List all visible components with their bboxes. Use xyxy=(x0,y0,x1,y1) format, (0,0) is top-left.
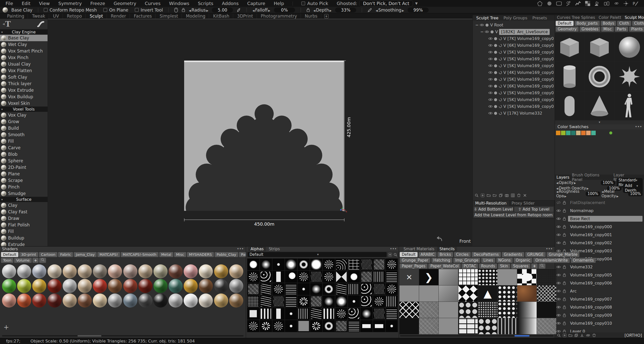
eye-icon[interactable] xyxy=(556,298,561,301)
menu-item[interactable]: Edit xyxy=(22,1,30,6)
stencil-dark[interactable] xyxy=(537,302,556,318)
lock-icon[interactable] xyxy=(563,225,566,229)
alpha-set-dropdown[interactable]: Default▾ xyxy=(248,252,387,257)
search-icon[interactable] xyxy=(539,264,545,269)
shader-ball[interactable] xyxy=(169,279,183,293)
room-tab-modeling[interactable]: Modeling xyxy=(182,14,209,19)
search-icon[interactable] xyxy=(393,253,397,257)
shader-tab-matcaps-smooth[interactable]: MATCAPS!-Smooth xyxy=(121,252,158,257)
tool-item-plane[interactable]: Plane xyxy=(0,171,48,177)
folder-icon[interactable] xyxy=(487,193,491,197)
alphas-tab-strips[interactable]: Strips xyxy=(266,247,283,251)
eye-icon[interactable] xyxy=(488,44,493,47)
link-icon[interactable] xyxy=(586,333,590,337)
tool-item-grow[interactable]: Grow xyxy=(0,118,48,125)
roughness-opacity-value[interactable]: 100% xyxy=(586,191,600,196)
stencil-grad[interactable] xyxy=(517,318,537,334)
auto-pick-checkbox[interactable] xyxy=(301,2,305,5)
shader-ball[interactable] xyxy=(123,279,137,293)
lock-icon[interactable] xyxy=(306,8,310,12)
category-cloth[interactable]: Cloth xyxy=(617,21,631,26)
more-options-icon[interactable]: ••• xyxy=(635,124,642,129)
color-swatch[interactable] xyxy=(586,131,591,135)
add-lowest-level-button[interactable]: Add the Lowest Level from Retopo room xyxy=(474,213,553,218)
shader-ball[interactable] xyxy=(32,264,46,278)
room-tab-sculpt[interactable]: Sculpt xyxy=(86,14,107,19)
layer-row[interactable]: Volume169_copy010 xyxy=(555,319,644,327)
primitive-human[interactable] xyxy=(615,91,644,120)
tool-item-usual-clay[interactable]: Usual Clay xyxy=(0,61,48,67)
shader-ball[interactable] xyxy=(214,293,228,308)
shader-tab-default[interactable]: Default xyxy=(1,252,18,257)
menu-item[interactable]: File xyxy=(6,1,13,6)
lock-icon[interactable] xyxy=(563,273,566,277)
lock-icon[interactable] xyxy=(563,265,566,269)
tree-selected-row[interactable]: −V[182K]Arc_LiveSource xyxy=(474,28,554,35)
layer-row[interactable]: Volume169_copy009 xyxy=(555,311,644,319)
shader-tab-jama-clay[interactable]: Jama_Clay xyxy=(74,252,97,257)
category-misc[interactable]: Misc xyxy=(601,27,614,32)
alpha-brush-lines[interactable] xyxy=(285,283,297,295)
stencil-dots[interactable] xyxy=(498,285,517,302)
category-squares[interactable]: Squares xyxy=(511,264,531,269)
stencil-grid[interactable] xyxy=(458,269,478,285)
room-tab-photogrammetry[interactable]: Photogrammetry xyxy=(257,14,301,19)
menu-item[interactable]: Freeze xyxy=(90,1,105,6)
lock-icon[interactable] xyxy=(563,313,566,317)
tree-item-row[interactable]: V[5K]Volume169_copy009 xyxy=(474,96,554,103)
shader-ball[interactable] xyxy=(78,264,92,278)
alpha-brush-diamond[interactable] xyxy=(335,271,348,283)
category-rounds[interactable]: Rounds xyxy=(479,264,497,269)
mouse-icon[interactable] xyxy=(174,8,178,13)
stencil-dots[interactable] xyxy=(498,302,517,318)
category-lines[interactable]: Lines xyxy=(481,258,495,263)
shader-ball[interactable] xyxy=(93,264,107,278)
alpha-brush-noise[interactable] xyxy=(310,295,323,308)
add-top-level-button[interactable]: ⇧ Add Top Level xyxy=(514,207,554,212)
alpha-brush-pill[interactable] xyxy=(373,320,385,332)
lock-icon[interactable] xyxy=(563,289,566,293)
alpha-brush-spray[interactable] xyxy=(272,320,285,332)
text-tool-icon[interactable]: T xyxy=(5,20,11,28)
alpha-brush-soft[interactable] xyxy=(310,283,323,295)
ghost-icon[interactable] xyxy=(499,64,502,68)
shader-ball[interactable] xyxy=(199,279,213,293)
shader-ball[interactable] xyxy=(17,279,31,293)
more-options-icon[interactable]: ••• xyxy=(390,247,397,251)
category-imp-grunge[interactable]: Imp_Grunge xyxy=(453,258,480,263)
alpha-brush-ball[interactable] xyxy=(348,271,360,283)
auto-pick-toggle[interactable]: Auto Pick xyxy=(301,1,328,6)
lock-icon[interactable] xyxy=(563,233,566,237)
tool-item-soft-clay[interactable]: Soft Clay xyxy=(0,74,48,80)
alpha-brush-branch[interactable] xyxy=(247,271,260,283)
layer-row[interactable]: Volume169_copy000 xyxy=(555,223,644,231)
shader-ball[interactable] xyxy=(32,293,46,308)
alpha-brush-gear[interactable] xyxy=(260,320,272,332)
room-tab-3dprint[interactable]: 3DPrint xyxy=(234,14,257,19)
eye-icon[interactable] xyxy=(556,225,561,228)
alpha-brush-waves[interactable] xyxy=(260,283,272,295)
alpha-brush-soft[interactable] xyxy=(260,258,272,271)
stencil-soft[interactable] xyxy=(439,285,458,302)
shader-ball[interactable] xyxy=(17,264,31,278)
trash-icon[interactable] xyxy=(592,333,596,337)
shader-ball[interactable] xyxy=(63,279,77,293)
layer-row[interactable]: Volume169_copy001 xyxy=(555,231,644,239)
shader-ball[interactable] xyxy=(214,264,228,278)
tool-item-fill[interactable]: Fill xyxy=(0,138,48,144)
shader-ball[interactable] xyxy=(2,264,16,278)
alpha-brush-ring[interactable] xyxy=(297,258,310,271)
radius-value[interactable]: 5.00 xyxy=(212,8,233,13)
ghost-icon[interactable] xyxy=(499,112,502,115)
primitive-cylinder[interactable] xyxy=(555,62,584,91)
stack-icon[interactable] xyxy=(499,193,503,197)
paint-p-icon[interactable]: P xyxy=(632,1,638,7)
alpha-brush-spray[interactable] xyxy=(323,271,335,283)
alpha-brush-bricks[interactable] xyxy=(348,258,360,271)
tree-item-row[interactable]: V[5K]Volume169_copy002 xyxy=(474,49,554,56)
category-arabic[interactable]: ARABIC xyxy=(419,252,437,257)
primitive-spiky[interactable] xyxy=(615,62,644,91)
falloff-label[interactable]: Falloff xyxy=(252,8,270,13)
close-icon[interactable] xyxy=(523,193,527,197)
room-tab-kitbash[interactable]: KitBash xyxy=(210,14,233,19)
